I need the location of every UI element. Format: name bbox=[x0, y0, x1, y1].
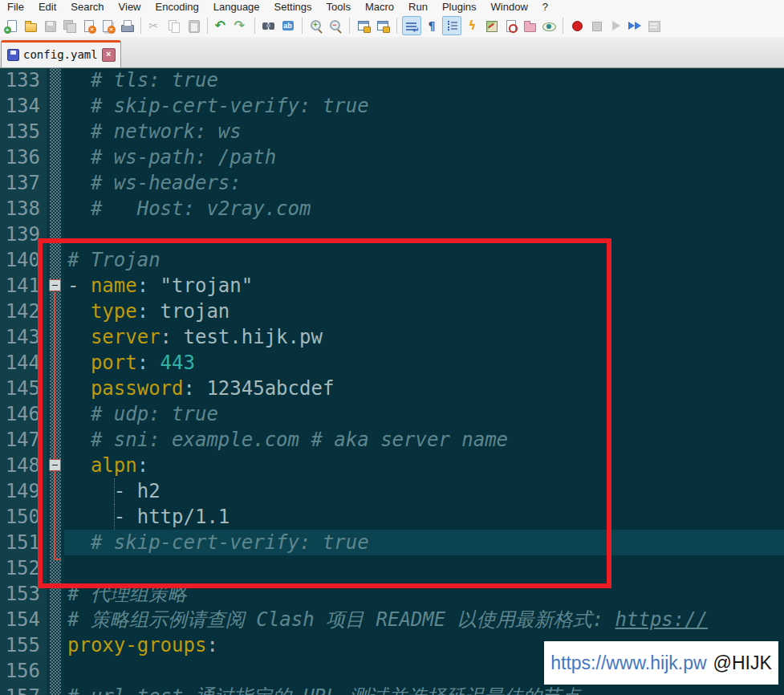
toolbar-button-zoom-in[interactable] bbox=[307, 17, 325, 35]
menu-item-language[interactable]: Language bbox=[206, 0, 267, 14]
toolbar-button-macro-run-multiple[interactable] bbox=[626, 17, 644, 35]
bookmark-fold-margin[interactable] bbox=[47, 67, 64, 695]
toolbar bbox=[0, 14, 784, 37]
toolbar-button-print[interactable] bbox=[118, 17, 136, 35]
toolbar-button-macro-stop[interactable] bbox=[587, 17, 605, 35]
line-number: 137 bbox=[0, 170, 47, 196]
toolbar-button-replace[interactable] bbox=[279, 17, 297, 35]
text-editor[interactable]: 1331341351361371381391401411421431441451… bbox=[0, 67, 784, 695]
menu-item-tools[interactable]: Tools bbox=[319, 0, 358, 14]
close-all-icon bbox=[101, 19, 115, 33]
toolbar-button-save-all[interactable] bbox=[60, 17, 78, 35]
line-number: 156 bbox=[0, 658, 47, 684]
fold-collapse-icon[interactable] bbox=[49, 459, 61, 471]
code-token: : bbox=[137, 454, 148, 477]
toolbar-button-redo[interactable] bbox=[232, 17, 250, 35]
tab-config-yaml[interactable]: config.yaml× bbox=[1, 40, 121, 67]
code-line-140: # Trojan bbox=[64, 247, 784, 273]
code-token: port bbox=[91, 352, 137, 374]
line-number: 140 bbox=[0, 247, 47, 273]
toolbar-button-macro-record[interactable] bbox=[568, 17, 586, 35]
save-all-icon bbox=[63, 19, 76, 33]
tab-close-icon[interactable]: × bbox=[102, 48, 116, 62]
code-token: 443 bbox=[160, 352, 195, 374]
toolbar-button-paste[interactable] bbox=[185, 17, 202, 35]
code-line-148: alpn: bbox=[64, 453, 784, 478]
code-token: : test.hijk.pw bbox=[160, 326, 323, 348]
toolbar-button-new-file[interactable] bbox=[2, 17, 20, 35]
fold-collapse-icon[interactable] bbox=[49, 279, 61, 291]
menu-item-settings[interactable]: Settings bbox=[267, 0, 319, 14]
toolbar-button-cut[interactable] bbox=[146, 17, 164, 35]
toolbar-button-find[interactable] bbox=[260, 17, 278, 35]
toolbar-button-macro-save[interactable] bbox=[645, 17, 663, 35]
code-area[interactable]: # tls: true # skip-cert-verify: true # n… bbox=[64, 67, 784, 695]
code-line-141: - name: "trojan" bbox=[64, 273, 784, 299]
notepad-plus-plus-window: { "menu_bar": { "items": [ {"label": "Fi… bbox=[0, 0, 784, 695]
toolbar-button-close-all[interactable] bbox=[99, 17, 116, 35]
toolbar-button-view-current-file[interactable] bbox=[540, 17, 558, 35]
code-line-157: # url-test 通过指定的 URL 测试并选择延迟最佳的节点 bbox=[64, 684, 784, 695]
code-token: # 代理组策略 bbox=[67, 583, 187, 605]
code-line-143: server: test.hijk.pw bbox=[64, 324, 784, 350]
toolbar-button-open-file[interactable] bbox=[22, 17, 39, 35]
toolbar-button-define-language[interactable] bbox=[502, 17, 519, 35]
menu-item-edit[interactable]: Edit bbox=[31, 0, 63, 14]
code-line-137: # ws-headers: bbox=[64, 170, 784, 196]
macro-play-icon bbox=[609, 19, 623, 33]
code-token: name bbox=[91, 274, 137, 297]
code-token: proxy-groups bbox=[67, 634, 206, 656]
code-line-147: # sni: example.com # aka server name bbox=[64, 427, 784, 453]
menu-item-search[interactable]: Search bbox=[63, 0, 111, 14]
menu-item-window[interactable]: Window bbox=[484, 0, 535, 14]
code-token: : 12345abcdef bbox=[184, 377, 335, 400]
print-icon bbox=[120, 19, 134, 33]
toolbar-button-sync-vertical[interactable] bbox=[355, 17, 372, 35]
code-line-136: # ws-path: /path bbox=[64, 144, 784, 170]
fold-guide-line bbox=[54, 292, 55, 559]
menu-item-view[interactable]: View bbox=[112, 0, 148, 14]
toolbar-button-show-all-characters[interactable] bbox=[423, 17, 441, 35]
code-line-142: type: trojan bbox=[64, 299, 784, 324]
code-token: # Trojan bbox=[67, 249, 160, 271]
code-token: # ws-headers: bbox=[67, 172, 242, 194]
code-token: password bbox=[91, 377, 184, 400]
line-number: 139 bbox=[0, 222, 47, 247]
sync-vertical-icon bbox=[357, 19, 371, 33]
toolbar-button-close-file[interactable] bbox=[79, 17, 97, 35]
toolbar-button-function-list[interactable] bbox=[463, 17, 481, 35]
toolbar-button-undo[interactable] bbox=[213, 17, 230, 35]
code-token: # 策略组示例请查阅 Clash 项目 README 以使用最新格式: bbox=[67, 608, 615, 631]
macro-record-icon bbox=[571, 19, 584, 33]
code-token: : bbox=[137, 352, 160, 374]
menu-item-help[interactable]: ? bbox=[535, 0, 555, 14]
macro-save-icon bbox=[648, 19, 661, 33]
menu-item-macro[interactable]: Macro bbox=[358, 0, 401, 14]
code-token: : bbox=[206, 634, 217, 656]
indent-guide-line bbox=[114, 504, 115, 530]
zoom-out-icon bbox=[329, 19, 343, 33]
word-wrap-icon bbox=[405, 19, 419, 33]
menu-item-plugins[interactable]: Plugins bbox=[435, 0, 484, 14]
menu-item-run[interactable]: Run bbox=[401, 0, 435, 14]
line-number: 153 bbox=[0, 581, 47, 607]
menu-item-encoding[interactable]: Encoding bbox=[148, 0, 206, 14]
toolbar-button-zoom-out[interactable] bbox=[327, 17, 344, 35]
view-current-file-icon bbox=[542, 19, 556, 33]
sync-horizontal-icon bbox=[376, 19, 390, 33]
code-line-146: # udp: true bbox=[64, 401, 784, 427]
toolbar-button-macro-play[interactable] bbox=[607, 17, 624, 35]
toolbar-button-document-map[interactable] bbox=[482, 17, 500, 35]
toolbar-button-sync-horizontal[interactable] bbox=[374, 17, 392, 35]
toolbar-separator bbox=[207, 18, 208, 34]
toolbar-button-indent-guide[interactable] bbox=[442, 16, 461, 35]
fold-end-mark bbox=[54, 559, 61, 560]
toolbar-button-word-wrap[interactable] bbox=[402, 16, 421, 35]
save-file-icon bbox=[43, 19, 57, 33]
macro-run-multiple-icon bbox=[628, 19, 642, 33]
toolbar-button-folder-as-workspace[interactable] bbox=[521, 17, 538, 35]
replace-icon bbox=[282, 19, 295, 33]
toolbar-button-copy[interactable] bbox=[165, 17, 183, 35]
toolbar-button-save-file[interactable] bbox=[41, 17, 59, 35]
menu-item-file[interactable]: File bbox=[0, 0, 31, 14]
